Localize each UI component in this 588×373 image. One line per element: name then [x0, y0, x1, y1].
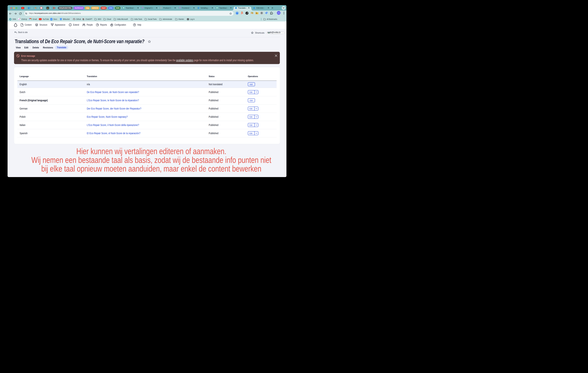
svg-text:dz: dz — [47, 7, 48, 9]
svg-text:volta: volta — [277, 12, 280, 14]
svg-text:SQ: SQ — [251, 12, 253, 14]
